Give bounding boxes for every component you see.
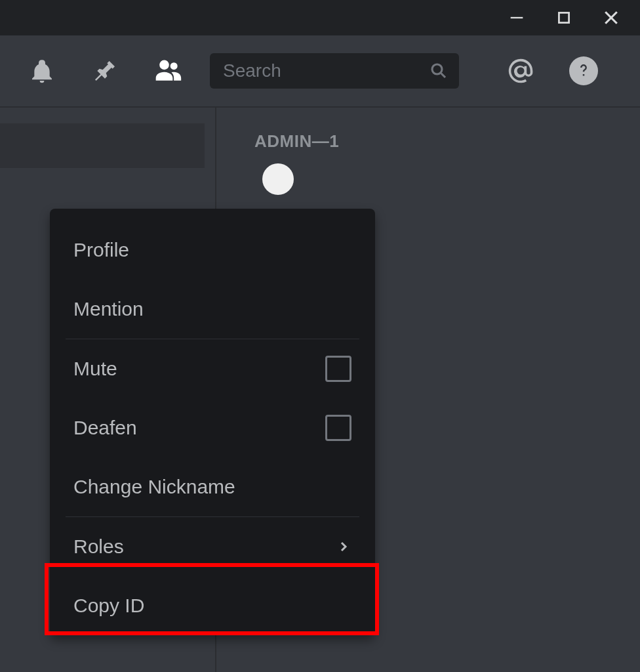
pin-icon	[92, 58, 118, 84]
svg-point-4	[432, 64, 442, 74]
minimize-icon	[508, 9, 526, 27]
help-button[interactable]	[555, 42, 612, 100]
menu-item-profile[interactable]: Profile	[50, 220, 375, 280]
close-button[interactable]	[588, 0, 635, 35]
menu-label: Profile	[73, 239, 129, 261]
bell-icon	[29, 58, 55, 84]
menu-item-deafen[interactable]: Deafen	[50, 398, 375, 457]
user-context-menu: Profile Mention Mute Deafen Change Nickn…	[50, 209, 375, 635]
role-group-header: ADMIN—1	[254, 131, 609, 152]
svg-rect-1	[559, 12, 569, 22]
chevron-right-icon	[336, 539, 351, 555]
close-icon	[601, 8, 621, 28]
sidebar-selected-item[interactable]	[0, 123, 205, 168]
menu-label: Mention	[73, 298, 144, 320]
menu-label: Deafen	[73, 417, 137, 439]
maximize-button[interactable]	[540, 0, 588, 35]
channel-toolbar: Search	[0, 35, 640, 108]
menu-item-mute[interactable]: Mute	[50, 339, 375, 398]
menu-item-roles[interactable]: Roles	[50, 517, 375, 576]
svg-line-5	[441, 74, 445, 77]
maximize-icon	[555, 9, 572, 26]
menu-label: Roles	[73, 536, 124, 558]
menu-item-copy-id[interactable]: Copy ID	[50, 576, 375, 635]
menu-label: Mute	[73, 358, 117, 380]
at-icon	[506, 56, 535, 85]
member-list-button[interactable]	[139, 42, 197, 100]
window-titlebar	[0, 0, 640, 35]
notifications-button[interactable]	[13, 42, 71, 100]
menu-label: Change Nickname	[73, 476, 235, 498]
search-placeholder: Search	[223, 60, 429, 81]
help-icon	[569, 56, 598, 85]
people-icon	[153, 56, 182, 85]
avatar[interactable]	[262, 163, 294, 195]
search-input[interactable]: Search	[210, 53, 459, 89]
search-icon	[429, 61, 449, 81]
inbox-button[interactable]	[492, 42, 550, 100]
pinned-messages-button[interactable]	[76, 42, 134, 100]
menu-label: Copy ID	[73, 595, 144, 617]
menu-item-mention[interactable]: Mention	[50, 280, 375, 339]
checkbox-unchecked-icon[interactable]	[325, 415, 351, 441]
minimize-button[interactable]	[493, 0, 540, 35]
checkbox-unchecked-icon[interactable]	[325, 356, 351, 382]
menu-item-change-nickname[interactable]: Change Nickname	[50, 457, 375, 516]
